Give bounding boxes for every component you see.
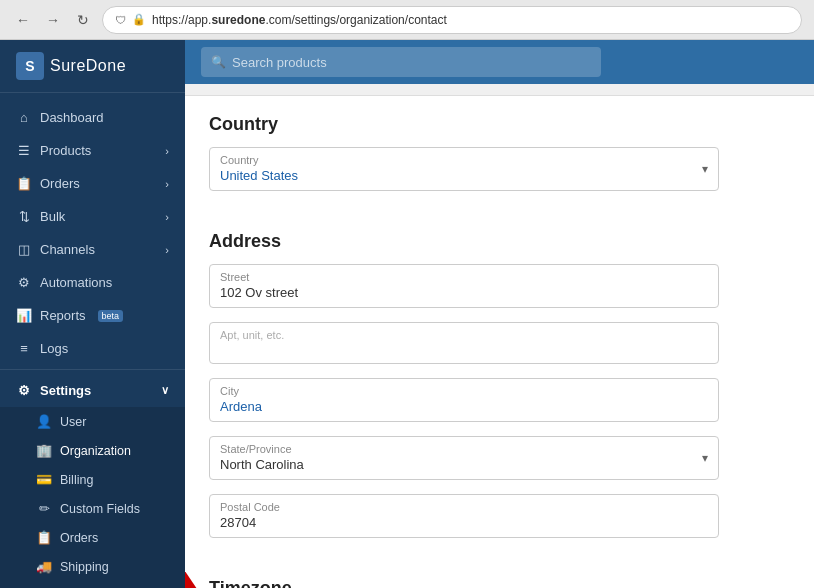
postal-label: Postal Code <box>220 501 708 513</box>
country-field[interactable]: Country United States ▾ <box>209 147 719 191</box>
sidebar-item-orders-sub[interactable]: 📋 Orders <box>0 523 185 552</box>
organization-icon: 🏢 <box>36 443 52 458</box>
sidebar-item-organization[interactable]: 🏢 Organization <box>0 436 185 465</box>
annotation-arrow <box>185 530 219 588</box>
street-form-group: Street 102 Ov street <box>209 264 721 308</box>
logs-icon: ≡ <box>16 341 32 356</box>
country-section-title: Country <box>209 114 721 135</box>
chevron-right-icon: › <box>165 145 169 157</box>
address-section-title: Address <box>209 231 721 252</box>
sidebar-item-label: Channels <box>40 242 95 257</box>
sidebar-item-label: Dashboard <box>40 110 104 125</box>
street-value: 102 Ov street <box>220 285 298 300</box>
chevron-down-icon: ∨ <box>161 384 169 397</box>
state-field[interactable]: State/Province North Carolina ▾ <box>209 436 719 480</box>
sidebar-item-label: Automations <box>40 275 112 290</box>
sidebar-item-user[interactable]: 👤 User <box>0 407 185 436</box>
url-display: https://app.suredone.com/settings/organi… <box>152 13 447 27</box>
sidebar-item-reports[interactable]: 📊 Reports beta <box>0 299 185 332</box>
sidebar-item-channels[interactable]: ◫ Channels › <box>0 233 185 266</box>
sidebar-item-products[interactable]: ☰ Products › <box>0 134 185 167</box>
state-form-group: State/Province North Carolina ▾ <box>209 436 721 480</box>
reports-icon: 📊 <box>16 308 32 323</box>
section-divider-top <box>185 84 814 96</box>
sub-item-label: Custom Fields <box>60 502 140 516</box>
billing-icon: 💳 <box>36 472 52 487</box>
sub-item-label: Shipping <box>60 560 109 574</box>
sidebar-item-bulk[interactable]: ⇅ Bulk › <box>0 200 185 233</box>
street-field[interactable]: Street 102 Ov street <box>209 264 719 308</box>
street-label: Street <box>220 271 708 283</box>
sidebar-item-logs[interactable]: ≡ Logs <box>0 332 185 365</box>
chevron-right-icon: › <box>165 244 169 256</box>
postal-form-group: Postal Code 28704 <box>209 494 721 538</box>
search-input[interactable] <box>232 55 591 70</box>
automations-icon: ⚙ <box>16 275 32 290</box>
sidebar-item-label: Orders <box>40 176 80 191</box>
chevron-right-icon: › <box>165 211 169 223</box>
sidebar-nav: ⌂ Dashboard ☰ Products › 📋 Orders › ⇅ Bu… <box>0 93 185 588</box>
settings-icon: ⚙ <box>16 383 32 398</box>
beta-badge: beta <box>98 310 124 322</box>
sub-item-label: Organization <box>60 444 131 458</box>
lock-icon: 🔒 <box>132 13 146 26</box>
reload-button[interactable]: ↻ <box>72 9 94 31</box>
divider <box>0 369 185 370</box>
country-field-inner: Country United States <box>220 154 298 183</box>
sidebar-item-shipping[interactable]: 🚚 Shipping <box>0 552 185 581</box>
sidebar-item-label: Reports <box>40 308 86 323</box>
sub-item-label: Orders <box>60 531 98 545</box>
sidebar-item-automations[interactable]: ⚙ Automations <box>0 266 185 299</box>
sidebar-item-orders[interactable]: 📋 Orders › <box>0 167 185 200</box>
address-bar[interactable]: 🛡 🔒 https://app.suredone.com/settings/or… <box>102 6 802 34</box>
channels-icon: ◫ <box>16 242 32 257</box>
state-field-inner: State/Province North Carolina <box>220 443 304 472</box>
top-bar: 🔍 <box>185 40 814 84</box>
city-label: City <box>220 385 708 397</box>
logo-text: SureDone <box>50 57 126 75</box>
city-field[interactable]: City Ardena <box>209 378 719 422</box>
state-label: State/Province <box>220 443 304 455</box>
sidebar: S SureDone ⌂ Dashboard ☰ Products › 📋 Or… <box>0 40 185 588</box>
apt-form-group: Apt, unit, etc. <box>209 322 721 364</box>
settings-label: Settings <box>40 383 91 398</box>
bulk-icon: ⇅ <box>16 209 32 224</box>
logo[interactable]: S SureDone <box>0 40 185 93</box>
sidebar-item-custom-fields[interactable]: ✏ Custom Fields <box>0 494 185 523</box>
state-value: North Carolina <box>220 457 304 472</box>
shipping-icon: 🚚 <box>36 559 52 574</box>
logo-s: S <box>25 58 34 74</box>
sidebar-item-dashboard[interactable]: ⌂ Dashboard <box>0 101 185 134</box>
sidebar-item-products-inventory[interactable]: 📦 Products & Inventory <box>0 581 185 588</box>
sidebar-item-label: Products <box>40 143 91 158</box>
sidebar-item-label: Bulk <box>40 209 65 224</box>
postal-field[interactable]: Postal Code 28704 <box>209 494 719 538</box>
shield-icon: 🛡 <box>115 14 126 26</box>
sidebar-item-settings[interactable]: ⚙ Settings ∨ <box>0 374 185 407</box>
search-box[interactable]: 🔍 <box>201 47 601 77</box>
forward-button[interactable]: → <box>42 9 64 31</box>
apt-field[interactable]: Apt, unit, etc. <box>209 322 719 364</box>
content-wrapper: Country Country United States ▾ Addres <box>185 96 745 588</box>
back-button[interactable]: ← <box>12 9 34 31</box>
sub-item-label: User <box>60 415 86 429</box>
orders-sub-icon: 📋 <box>36 530 52 545</box>
browser-chrome: ← → ↻ 🛡 🔒 https://app.suredone.com/setti… <box>0 0 814 40</box>
chevron-right-icon: › <box>165 178 169 190</box>
address-section: Address Street 102 Ov street Apt, unit, … <box>209 213 721 560</box>
search-icon: 🔍 <box>211 55 226 69</box>
custom-fields-icon: ✏ <box>36 501 52 516</box>
dropdown-arrow-icon: ▾ <box>702 162 708 176</box>
city-form-group: City Ardena <box>209 378 721 422</box>
country-section: Country Country United States ▾ <box>209 96 721 213</box>
timezone-section-title: Timezone <box>209 578 721 588</box>
country-label: Country <box>220 154 298 166</box>
settings-submenu: 👤 User 🏢 Organization 💳 Billing ✏ Custom… <box>0 407 185 588</box>
apt-label: Apt, unit, etc. <box>220 329 708 341</box>
app-container: S SureDone ⌂ Dashboard ☰ Products › 📋 Or… <box>0 40 814 588</box>
user-icon: 👤 <box>36 414 52 429</box>
orders-icon: 📋 <box>16 176 32 191</box>
products-icon: ☰ <box>16 143 32 158</box>
sidebar-item-billing[interactable]: 💳 Billing <box>0 465 185 494</box>
main-content: Country Country United States ▾ Addres <box>185 84 814 588</box>
